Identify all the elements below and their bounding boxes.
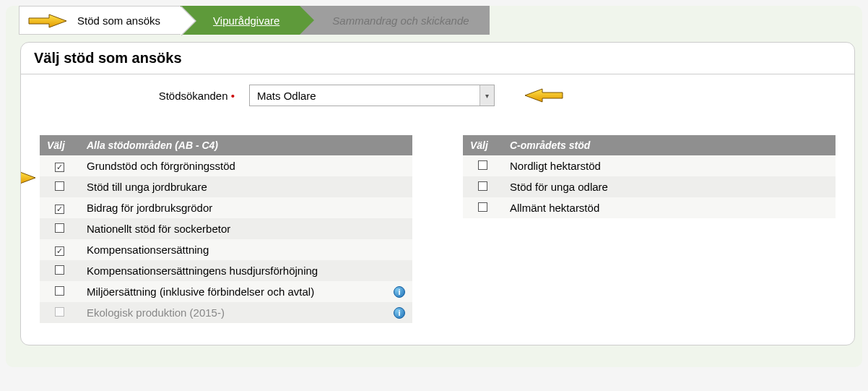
checkbox[interactable] xyxy=(55,223,64,233)
applicant-label: Stödsökanden xyxy=(159,90,228,102)
annotation-arrow-icon xyxy=(20,170,37,186)
step-nav: Stöd som ansöks Vipurådgivare Sammandrag… xyxy=(19,6,862,35)
applicant-select-value: Mats Odlare xyxy=(257,90,316,102)
col-header-valj: Välj xyxy=(40,135,79,155)
step-label: Sammandrag och skickande xyxy=(332,14,469,27)
step-sammandrag: Sammandrag och skickande xyxy=(300,6,489,35)
step-vipuradgivare[interactable]: Vipurådgivare xyxy=(181,6,300,35)
row-label: Ekologisk produktion (2015-) xyxy=(87,306,388,319)
svg-marker-1 xyxy=(525,89,563,102)
row-label: Miljöersättning (inklusive förbindelser … xyxy=(87,285,388,298)
checkbox[interactable] xyxy=(55,205,64,214)
col-header-name: Alla stödområden (AB - C4) xyxy=(79,135,412,155)
card-title: Välj stöd som ansöks xyxy=(21,43,854,74)
checkbox xyxy=(55,307,64,317)
info-icon[interactable]: i xyxy=(394,307,405,319)
row-label: Kompensationsersättning xyxy=(87,244,405,256)
required-marker: • xyxy=(231,90,235,102)
checkbox[interactable] xyxy=(55,181,64,191)
left-support-table: Välj Alla stödområden (AB - C4) Grundstö… xyxy=(40,135,412,323)
checkbox[interactable] xyxy=(478,202,487,212)
row-label: Bidrag för jordbruksgrödor xyxy=(87,202,405,214)
checkbox[interactable] xyxy=(55,163,64,172)
row-label: Stöd till unga jordbrukare xyxy=(87,181,405,193)
checkbox[interactable] xyxy=(478,160,487,170)
info-icon[interactable]: i xyxy=(394,286,405,298)
step-label: Stöd som ansöks xyxy=(77,14,160,27)
applicant-select[interactable]: Mats Odlare xyxy=(249,85,495,106)
applicant-row: Stödsökanden • Mats Odlare ▾ xyxy=(40,85,836,106)
main-card: Välj stöd som ansöks Stödsökanden • Mats… xyxy=(20,42,855,345)
step-stod-som-ansoks[interactable]: Stöd som ansöks xyxy=(19,6,181,35)
checkbox[interactable] xyxy=(55,246,64,256)
checkbox[interactable] xyxy=(478,181,487,191)
row-label: Kompensationsersättningens husdjursförhö… xyxy=(87,265,405,277)
step-label: Vipurådgivare xyxy=(213,14,279,27)
row-label: Allmänt hektarstöd xyxy=(510,202,828,214)
col-header-name: C-områdets stöd xyxy=(503,135,836,155)
row-label: Stöd för unga odlare xyxy=(510,181,828,193)
row-label: Nationellt stöd för sockerbetor xyxy=(87,223,405,235)
row-label: Grundstöd och förgröningsstöd xyxy=(87,160,405,172)
col-header-valj: Välj xyxy=(463,135,503,155)
row-label: Nordligt hektarstöd xyxy=(510,160,828,172)
right-support-table: Välj C-områdets stöd Nordligt hektarstöd… xyxy=(463,135,836,218)
svg-marker-2 xyxy=(20,171,35,184)
checkbox[interactable] xyxy=(55,286,64,296)
annotation-arrow-icon xyxy=(524,87,564,103)
checkbox[interactable] xyxy=(55,265,64,275)
